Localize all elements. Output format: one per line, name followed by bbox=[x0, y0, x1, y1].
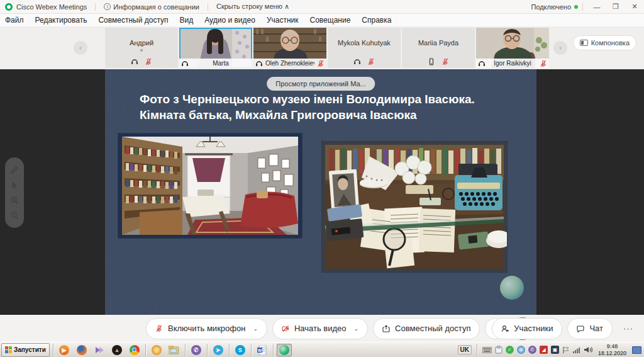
hide-menu-button[interactable]: Скрыть строку меню ∧ bbox=[216, 3, 289, 11]
deco-dotted-circle bbox=[105, 252, 187, 315]
aimp-taskbar-icon[interactable]: ▲ bbox=[109, 344, 125, 356]
divider bbox=[95, 3, 96, 11]
participant-tile-mariia[interactable]: Mariia Payda bbox=[402, 28, 475, 68]
browser-tray-icon[interactable] bbox=[517, 346, 525, 354]
museum-desk-photo bbox=[322, 142, 507, 272]
show-desktop-icon[interactable] bbox=[632, 346, 641, 354]
mic-muted-icon bbox=[540, 60, 547, 67]
zoom-out-icon[interactable] bbox=[10, 211, 19, 220]
participant-name: Igor Raikivkyi bbox=[488, 60, 537, 67]
menu-file[interactable]: Файл bbox=[5, 16, 24, 25]
clock-date: 18.12.2020 bbox=[598, 350, 626, 356]
telegram-taskbar-icon[interactable]: ➤ bbox=[211, 344, 226, 356]
chat-icon bbox=[577, 325, 584, 332]
connection-status: Подключено bbox=[531, 3, 571, 11]
unmute-mic-button[interactable]: Включить микрофон ⌄ bbox=[146, 318, 267, 339]
chrome-taskbar-icon[interactable] bbox=[127, 344, 142, 356]
divider bbox=[582, 3, 583, 11]
network-signal-icon[interactable] bbox=[573, 346, 581, 353]
media-player-taskbar-icon[interactable]: ▶ bbox=[57, 344, 72, 356]
participant-sub-label: я bbox=[105, 48, 178, 52]
viber-taskbar-icon[interactable]: ✆ bbox=[189, 344, 204, 356]
divider bbox=[185, 344, 186, 356]
mic-muted-icon bbox=[155, 325, 163, 332]
zoom-in-icon[interactable] bbox=[10, 196, 19, 205]
burner-taskbar-icon[interactable] bbox=[149, 344, 164, 356]
volume-icon[interactable] bbox=[584, 346, 592, 353]
webex-logo-icon bbox=[5, 3, 13, 11]
svg-text:W: W bbox=[258, 348, 262, 352]
participants-icon bbox=[501, 325, 509, 332]
chat-panel-button[interactable]: Чат bbox=[567, 318, 613, 339]
webex-taskbar-icon-active[interactable] bbox=[277, 344, 292, 356]
participant-tile-andriy[interactable]: Андрий я bbox=[105, 28, 178, 68]
share-button[interactable]: Совместный доступ bbox=[373, 318, 480, 339]
pointer-icon[interactable] bbox=[10, 181, 19, 190]
participant-tile-marta[interactable]: Marta bbox=[179, 28, 252, 68]
video-options-chevron-icon[interactable]: ⌄ bbox=[354, 326, 359, 332]
layout-grid-icon bbox=[580, 40, 588, 46]
word-taskbar-icon[interactable]: W bbox=[255, 344, 270, 356]
participant-tile-oleh[interactable]: Oleh Zhernokleiev bbox=[253, 28, 326, 68]
meeting-info-button[interactable]: i Информация о совещании bbox=[104, 3, 199, 11]
shared-app-badge[interactable]: Просмотр приложений Ма... bbox=[267, 77, 375, 91]
minimize-button[interactable]: — bbox=[587, 0, 606, 13]
mic-options-chevron-icon[interactable]: ⌄ bbox=[253, 326, 258, 332]
headset-icon bbox=[255, 60, 263, 67]
clipboard-tray-icon[interactable] bbox=[495, 346, 502, 354]
menu-share[interactable]: Совместный доступ bbox=[98, 16, 168, 25]
divider bbox=[251, 344, 252, 356]
system-tray: UK ✓ ✆ ◢ ▣ 9:48 18.12.2020 bbox=[458, 343, 644, 357]
divider bbox=[207, 344, 208, 356]
headset-icon bbox=[181, 60, 189, 67]
museum-room-photo bbox=[118, 133, 302, 238]
mic-muted-icon bbox=[317, 60, 325, 67]
slide-title-line1: Фото з Чернівецького музею імені Володим… bbox=[140, 92, 517, 108]
mic-muted-icon bbox=[367, 58, 375, 65]
mic-muted-icon bbox=[441, 58, 449, 65]
menu-participant[interactable]: Участник bbox=[267, 16, 299, 25]
clock-time: 9:48 bbox=[598, 343, 626, 349]
menu-bar: Файл Редактировать Совместный доступ Вид… bbox=[0, 14, 644, 27]
display-tray-icon[interactable]: ▣ bbox=[551, 346, 559, 354]
participant-tile-igor[interactable]: Igor Raikivkyi bbox=[476, 28, 549, 68]
participants-panel-button[interactable]: Участники bbox=[492, 318, 562, 339]
skype-taskbar-icon[interactable]: S bbox=[233, 344, 248, 356]
keyboard-tray-icon[interactable] bbox=[482, 347, 492, 353]
annotation-toolbar bbox=[5, 157, 24, 228]
flag-tray-icon[interactable] bbox=[562, 346, 570, 354]
aimp-tray-icon[interactable]: ◢ bbox=[540, 346, 548, 354]
participant-tile-mykola[interactable]: Mykola Kuhutyak bbox=[328, 28, 401, 68]
viber-tray-icon[interactable]: ✆ bbox=[528, 346, 536, 354]
maximize-button[interactable]: ❐ bbox=[606, 0, 625, 13]
panel-more-button[interactable]: ··· bbox=[618, 318, 639, 339]
menu-edit[interactable]: Редактировать bbox=[35, 16, 87, 25]
menu-audio-video[interactable]: Аудио и видео bbox=[204, 16, 255, 25]
webex-floating-ball-icon[interactable] bbox=[500, 276, 524, 300]
menu-help[interactable]: Справка bbox=[362, 16, 391, 25]
shared-content-stage: Просмотр приложений Ма... Фото з Черніве… bbox=[0, 69, 644, 315]
shared-slide: Просмотр приложений Ма... Фото з Черніве… bbox=[105, 69, 536, 315]
firefox-taskbar-icon[interactable] bbox=[74, 344, 89, 356]
headset-icon bbox=[478, 60, 486, 67]
close-button[interactable]: ✕ bbox=[625, 0, 644, 13]
file-explorer-taskbar-icon[interactable] bbox=[167, 344, 182, 356]
ellipsis-icon: ··· bbox=[623, 324, 633, 333]
taskbar-clock[interactable]: 9:48 18.12.2020 bbox=[596, 343, 629, 356]
strip-next-button[interactable]: › bbox=[553, 41, 567, 55]
divider bbox=[229, 344, 230, 356]
app-title: Cisco Webex Meetings bbox=[16, 3, 87, 11]
strip-prev-button[interactable]: ‹ bbox=[74, 41, 87, 55]
divider bbox=[208, 3, 208, 11]
antivirus-tray-icon[interactable]: ✓ bbox=[506, 346, 514, 354]
window-titlebar: Cisco Webex Meetings i Информация о сове… bbox=[0, 0, 644, 14]
start-video-button[interactable]: Начать видео ⌄ bbox=[272, 318, 368, 339]
headset-icon bbox=[353, 58, 361, 65]
kmplayer-taskbar-icon[interactable] bbox=[92, 344, 107, 356]
menu-meeting[interactable]: Совещание bbox=[310, 16, 351, 25]
menu-view[interactable]: Вид bbox=[180, 16, 194, 25]
layout-button[interactable]: Компоновка bbox=[573, 35, 636, 50]
language-indicator[interactable]: UK bbox=[458, 345, 472, 354]
annotate-icon[interactable] bbox=[10, 166, 19, 174]
start-button[interactable]: Запустити bbox=[1, 343, 50, 357]
